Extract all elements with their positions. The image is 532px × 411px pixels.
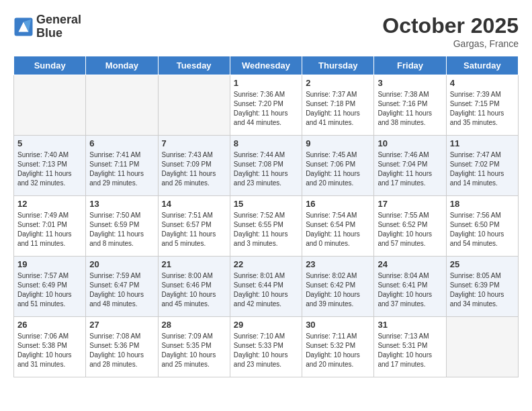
day-number: 13 (89, 199, 154, 209)
calendar-cell: 24Sunrise: 8:04 AMSunset: 6:41 PMDayligh… (374, 257, 446, 317)
day-number: 11 (450, 138, 515, 148)
weekday-header-sunday: Sunday (14, 56, 86, 75)
calendar-cell: 16Sunrise: 7:54 AMSunset: 6:54 PMDayligh… (302, 196, 374, 257)
weekday-header-wednesday: Wednesday (230, 56, 302, 75)
calendar-cell (158, 75, 230, 136)
weekday-header-friday: Friday (374, 56, 446, 75)
day-number: 19 (17, 259, 82, 269)
weekday-header-saturday: Saturday (446, 56, 518, 75)
day-info: Sunrise: 7:13 AMSunset: 5:31 PMDaylight:… (378, 332, 442, 369)
day-number: 4 (450, 78, 515, 88)
day-number: 18 (450, 199, 515, 209)
day-number: 16 (306, 199, 370, 209)
day-number: 8 (234, 138, 298, 148)
day-info: Sunrise: 7:39 AMSunset: 7:15 PMDaylight:… (450, 90, 515, 128)
day-info: Sunrise: 7:46 AMSunset: 7:04 PMDaylight:… (378, 150, 442, 188)
weekday-header-tuesday: Tuesday (158, 56, 230, 75)
calendar-cell: 29Sunrise: 7:10 AMSunset: 5:33 PMDayligh… (230, 317, 302, 377)
day-info: Sunrise: 7:49 AMSunset: 7:01 PMDaylight:… (17, 211, 82, 248)
day-info: Sunrise: 7:08 AMSunset: 5:36 PMDaylight:… (89, 332, 154, 369)
day-info: Sunrise: 7:44 AMSunset: 7:08 PMDaylight:… (234, 150, 298, 188)
day-number: 27 (89, 320, 154, 330)
day-number: 31 (378, 320, 442, 330)
day-number: 22 (234, 259, 298, 269)
calendar-cell (14, 75, 86, 136)
calendar-week-1: 1Sunrise: 7:36 AMSunset: 7:20 PMDaylight… (14, 75, 519, 136)
day-info: Sunrise: 7:54 AMSunset: 6:54 PMDaylight:… (306, 211, 370, 248)
calendar-cell: 20Sunrise: 7:59 AMSunset: 6:47 PMDayligh… (86, 257, 158, 317)
day-info: Sunrise: 8:01 AMSunset: 6:44 PMDaylight:… (234, 271, 298, 309)
calendar-cell: 11Sunrise: 7:47 AMSunset: 7:02 PMDayligh… (446, 136, 518, 196)
day-number: 24 (378, 259, 442, 269)
day-info: Sunrise: 7:11 AMSunset: 5:32 PMDaylight:… (306, 332, 370, 369)
calendar-cell: 15Sunrise: 7:52 AMSunset: 6:55 PMDayligh… (230, 196, 302, 257)
day-info: Sunrise: 7:45 AMSunset: 7:06 PMDaylight:… (306, 150, 370, 188)
day-number: 17 (378, 199, 442, 209)
day-info: Sunrise: 7:59 AMSunset: 6:47 PMDaylight:… (89, 271, 154, 309)
calendar-cell: 26Sunrise: 7:06 AMSunset: 5:38 PMDayligh… (14, 317, 86, 377)
day-number: 26 (17, 320, 82, 330)
calendar-cell: 9Sunrise: 7:45 AMSunset: 7:06 PMDaylight… (302, 136, 374, 196)
calendar-header-row: SundayMondayTuesdayWednesdayThursdayFrid… (14, 56, 519, 75)
day-info: Sunrise: 8:02 AMSunset: 6:42 PMDaylight:… (306, 271, 370, 309)
day-number: 28 (162, 320, 226, 330)
calendar-cell: 18Sunrise: 7:56 AMSunset: 6:50 PMDayligh… (446, 196, 518, 257)
day-number: 10 (378, 138, 442, 148)
calendar-cell: 6Sunrise: 7:41 AMSunset: 7:11 PMDaylight… (86, 136, 158, 196)
calendar-week-3: 12Sunrise: 7:49 AMSunset: 7:01 PMDayligh… (14, 196, 519, 257)
page-header: General Blue October 2025 Gargas, France (13, 13, 519, 49)
day-number: 2 (306, 78, 370, 88)
weekday-header-monday: Monday (86, 56, 158, 75)
day-info: Sunrise: 8:00 AMSunset: 6:46 PMDaylight:… (162, 271, 226, 309)
day-info: Sunrise: 8:05 AMSunset: 6:39 PMDaylight:… (450, 271, 515, 309)
calendar-week-5: 26Sunrise: 7:06 AMSunset: 5:38 PMDayligh… (14, 317, 519, 377)
calendar: SundayMondayTuesdayWednesdayThursdayFrid… (13, 56, 519, 377)
calendar-cell: 2Sunrise: 7:37 AMSunset: 7:18 PMDaylight… (302, 75, 374, 136)
day-number: 12 (17, 199, 82, 209)
day-info: Sunrise: 7:55 AMSunset: 6:52 PMDaylight:… (378, 211, 442, 248)
logo-line2: Blue (36, 27, 81, 40)
calendar-cell: 7Sunrise: 7:43 AMSunset: 7:09 PMDaylight… (158, 136, 230, 196)
day-number: 30 (306, 320, 370, 330)
day-number: 9 (306, 138, 370, 148)
calendar-cell: 17Sunrise: 7:55 AMSunset: 6:52 PMDayligh… (374, 196, 446, 257)
calendar-week-4: 19Sunrise: 7:57 AMSunset: 6:49 PMDayligh… (14, 257, 519, 317)
calendar-cell: 31Sunrise: 7:13 AMSunset: 5:31 PMDayligh… (374, 317, 446, 377)
calendar-cell: 19Sunrise: 7:57 AMSunset: 6:49 PMDayligh… (14, 257, 86, 317)
day-info: Sunrise: 7:47 AMSunset: 7:02 PMDaylight:… (450, 150, 515, 188)
location: Gargas, France (382, 38, 519, 49)
weekday-header-thursday: Thursday (302, 56, 374, 75)
calendar-cell: 25Sunrise: 8:05 AMSunset: 6:39 PMDayligh… (446, 257, 518, 317)
logo-icon (13, 17, 34, 37)
day-info: Sunrise: 7:06 AMSunset: 5:38 PMDaylight:… (17, 332, 82, 369)
calendar-cell: 21Sunrise: 8:00 AMSunset: 6:46 PMDayligh… (158, 257, 230, 317)
day-number: 1 (234, 78, 298, 88)
calendar-cell: 13Sunrise: 7:50 AMSunset: 6:59 PMDayligh… (86, 196, 158, 257)
day-info: Sunrise: 8:04 AMSunset: 6:41 PMDaylight:… (378, 271, 442, 309)
calendar-cell: 27Sunrise: 7:08 AMSunset: 5:36 PMDayligh… (86, 317, 158, 377)
calendar-cell: 4Sunrise: 7:39 AMSunset: 7:15 PMDaylight… (446, 75, 518, 136)
calendar-cell (86, 75, 158, 136)
day-number: 20 (89, 259, 154, 269)
day-number: 25 (450, 259, 515, 269)
day-info: Sunrise: 7:41 AMSunset: 7:11 PMDaylight:… (89, 150, 154, 188)
month-title: October 2025 (382, 13, 519, 38)
calendar-cell: 10Sunrise: 7:46 AMSunset: 7:04 PMDayligh… (374, 136, 446, 196)
calendar-cell: 14Sunrise: 7:51 AMSunset: 6:57 PMDayligh… (158, 196, 230, 257)
calendar-cell: 1Sunrise: 7:36 AMSunset: 7:20 PMDaylight… (230, 75, 302, 136)
day-info: Sunrise: 7:56 AMSunset: 6:50 PMDaylight:… (450, 211, 515, 248)
day-number: 21 (162, 259, 226, 269)
day-number: 29 (234, 320, 298, 330)
title-block: October 2025 Gargas, France (382, 13, 519, 49)
day-info: Sunrise: 7:09 AMSunset: 5:35 PMDaylight:… (162, 332, 226, 369)
day-info: Sunrise: 7:43 AMSunset: 7:09 PMDaylight:… (162, 150, 226, 188)
calendar-cell: 30Sunrise: 7:11 AMSunset: 5:32 PMDayligh… (302, 317, 374, 377)
day-info: Sunrise: 7:50 AMSunset: 6:59 PMDaylight:… (89, 211, 154, 248)
calendar-cell: 28Sunrise: 7:09 AMSunset: 5:35 PMDayligh… (158, 317, 230, 377)
day-number: 23 (306, 259, 370, 269)
day-number: 3 (378, 78, 442, 88)
day-info: Sunrise: 7:10 AMSunset: 5:33 PMDaylight:… (234, 332, 298, 369)
calendar-cell: 12Sunrise: 7:49 AMSunset: 7:01 PMDayligh… (14, 196, 86, 257)
calendar-cell: 8Sunrise: 7:44 AMSunset: 7:08 PMDaylight… (230, 136, 302, 196)
day-number: 14 (162, 199, 226, 209)
